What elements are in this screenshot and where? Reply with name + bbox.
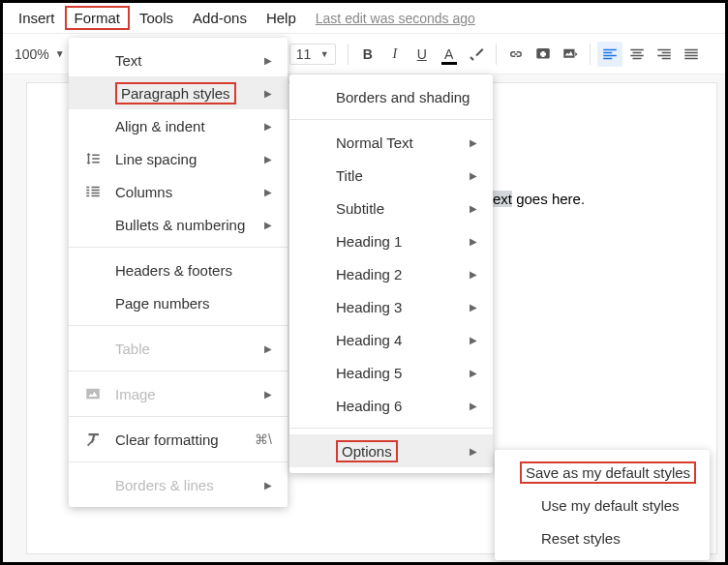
svg-rect-18 [684,54,698,56]
menu-item-table: Table▶ [69,332,288,365]
menu-item-label: Page numbers [115,295,272,312]
menu-item-heading-6[interactable]: Heading 6▶ [289,389,493,422]
toolbar-separator [590,44,591,65]
insert-link-button[interactable] [503,42,529,67]
svg-rect-20 [86,187,89,189]
chevron-right-icon: ▶ [470,335,477,345]
menu-item-normal-text[interactable]: Normal Text▶ [289,126,493,159]
svg-rect-27 [92,195,100,197]
insert-image-button[interactable] [558,42,583,67]
svg-rect-26 [92,193,100,194]
svg-rect-10 [630,54,644,56]
menu-item-columns[interactable]: Columns▶ [69,175,288,208]
menu-item-text[interactable]: Text▶ [69,44,288,76]
chevron-right-icon: ▶ [264,389,272,400]
menu-item-use-my-default-styles[interactable]: Use my default styles [495,489,710,521]
menu-insert[interactable]: Insert [9,6,65,30]
underline-button[interactable]: U [410,42,435,67]
text-color-button[interactable]: A [437,42,462,67]
menu-item-headers-footers[interactable]: Headers & footers [69,253,288,286]
svg-rect-3 [563,48,574,57]
menu-item-bullets-numbering[interactable]: Bullets & numbering▶ [69,208,288,241]
chevron-down-icon: ▼ [320,49,329,59]
document-text-rest: goes here. [512,191,585,207]
chevron-right-icon: ▶ [264,480,272,491]
menu-item-label: Borders and shading [336,89,477,105]
menu-item-borders-and-shading[interactable]: Borders and shading [289,80,493,113]
insert-comment-button[interactable] [531,42,556,67]
chevron-right-icon: ▶ [264,154,272,164]
menu-item-label: Paragraph styles [115,82,247,104]
menu-item-clear-formatting[interactable]: Clear formatting⌘\ [69,423,288,456]
svg-rect-15 [661,57,670,59]
align-right-button[interactable] [652,42,677,67]
menu-item-label: Line spacing [115,151,247,167]
menu-item-page-numbers[interactable]: Page numbers [69,286,288,319]
document-text[interactable]: ext goes here. [493,191,585,207]
chevron-right-icon: ▶ [264,187,272,197]
menu-divider [69,325,288,326]
menu-addons[interactable]: Add-ons [183,6,257,30]
menu-item-heading-4[interactable]: Heading 4▶ [289,323,493,356]
chevron-right-icon: ▶ [470,236,477,247]
align-left-button[interactable] [597,42,622,67]
svg-rect-19 [684,57,698,59]
columns-icon [82,181,104,202]
menu-item-label: Title [336,167,452,184]
menu-item-label: Heading 4 [336,332,452,348]
menu-item-line-spacing[interactable]: Line spacing▶ [69,142,288,175]
svg-rect-21 [86,190,89,192]
svg-rect-4 [603,48,617,50]
image-icon [82,383,104,404]
menu-item-heading-1[interactable]: Heading 1▶ [289,224,493,257]
menu-help[interactable]: Help [257,6,306,30]
format-menu: Text▶Paragraph styles▶Align & indent▶Lin… [69,38,288,507]
menu-item-label: Heading 1 [336,233,452,250]
menu-format[interactable]: Format [65,6,131,30]
menu-item-image: Image▶ [69,377,288,410]
svg-rect-2 [540,52,546,55]
zoom-value: 100% [15,46,49,62]
menu-item-label: Heading 6 [336,398,452,414]
menu-item-reset-styles[interactable]: Reset styles [495,521,710,554]
zoom-select[interactable]: 100% ▼ [9,46,71,62]
bold-button[interactable]: B [355,42,380,67]
menu-tools[interactable]: Tools [130,6,183,30]
menu-item-label: Heading 2 [336,266,452,282]
italic-button[interactable]: I [382,42,408,67]
svg-rect-7 [603,57,612,59]
clear-format-icon [82,429,104,450]
svg-rect-11 [632,57,641,59]
svg-rect-24 [92,187,100,189]
svg-rect-17 [684,51,698,53]
chevron-right-icon: ▶ [264,55,272,66]
menu-item-heading-3[interactable]: Heading 3▶ [289,290,493,323]
menu-item-label: Borders & lines [115,477,247,493]
chevron-right-icon: ▶ [470,170,477,181]
font-size-select[interactable]: 11 ▼ [289,44,336,65]
highlight-color-button[interactable] [464,42,489,67]
menu-item-heading-2[interactable]: Heading 2▶ [289,257,493,290]
menu-item-label: Clear formatting [115,431,239,448]
svg-rect-6 [603,54,617,56]
menu-item-heading-5[interactable]: Heading 5▶ [289,356,493,389]
svg-rect-12 [657,48,671,50]
chevron-right-icon: ▶ [470,203,477,214]
menu-item-label: Subtitle [336,200,452,217]
menu-item-options[interactable]: Options▶ [289,434,493,467]
chevron-right-icon: ▶ [470,368,477,378]
menu-item-label: Headers & footers [115,262,272,279]
menu-item-label: Heading 3 [336,299,452,315]
chevron-right-icon: ▶ [470,302,477,312]
menu-divider [69,371,288,372]
svg-rect-14 [657,54,671,56]
align-justify-button[interactable] [679,42,704,67]
menu-item-paragraph-styles[interactable]: Paragraph styles▶ [69,76,288,109]
menu-item-title[interactable]: Title▶ [289,159,493,192]
align-center-button[interactable] [624,42,650,67]
last-edit-status[interactable]: Last edit was seconds ago [316,11,475,26]
menu-item-save-as-my-default-styles[interactable]: Save as my default styles [495,456,710,489]
menu-item-subtitle[interactable]: Subtitle▶ [289,192,493,224]
menu-item-align-indent[interactable]: Align & indent▶ [69,109,288,142]
menu-item-borders-lines: Borders & lines▶ [69,468,288,501]
